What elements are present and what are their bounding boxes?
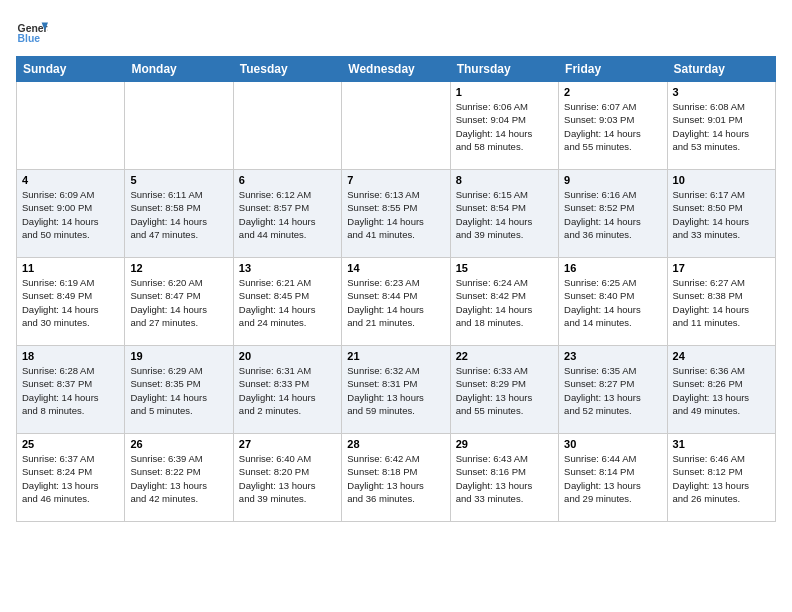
day-cell: 30Sunrise: 6:44 AM Sunset: 8:14 PM Dayli… — [559, 434, 667, 522]
day-number: 9 — [564, 174, 661, 186]
day-info: Sunrise: 6:11 AM Sunset: 8:58 PM Dayligh… — [130, 188, 227, 241]
day-cell: 1Sunrise: 6:06 AM Sunset: 9:04 PM Daylig… — [450, 82, 558, 170]
header-row: SundayMondayTuesdayWednesdayThursdayFrid… — [17, 57, 776, 82]
day-cell: 18Sunrise: 6:28 AM Sunset: 8:37 PM Dayli… — [17, 346, 125, 434]
day-cell: 6Sunrise: 6:12 AM Sunset: 8:57 PM Daylig… — [233, 170, 341, 258]
day-number: 27 — [239, 438, 336, 450]
day-info: Sunrise: 6:33 AM Sunset: 8:29 PM Dayligh… — [456, 364, 553, 417]
day-cell — [17, 82, 125, 170]
day-info: Sunrise: 6:37 AM Sunset: 8:24 PM Dayligh… — [22, 452, 119, 505]
day-info: Sunrise: 6:44 AM Sunset: 8:14 PM Dayligh… — [564, 452, 661, 505]
day-info: Sunrise: 6:43 AM Sunset: 8:16 PM Dayligh… — [456, 452, 553, 505]
day-number: 3 — [673, 86, 770, 98]
day-number: 4 — [22, 174, 119, 186]
day-number: 25 — [22, 438, 119, 450]
day-cell: 2Sunrise: 6:07 AM Sunset: 9:03 PM Daylig… — [559, 82, 667, 170]
day-number: 24 — [673, 350, 770, 362]
day-cell: 22Sunrise: 6:33 AM Sunset: 8:29 PM Dayli… — [450, 346, 558, 434]
day-info: Sunrise: 6:08 AM Sunset: 9:01 PM Dayligh… — [673, 100, 770, 153]
day-info: Sunrise: 6:46 AM Sunset: 8:12 PM Dayligh… — [673, 452, 770, 505]
day-cell: 17Sunrise: 6:27 AM Sunset: 8:38 PM Dayli… — [667, 258, 775, 346]
week-row-3: 11Sunrise: 6:19 AM Sunset: 8:49 PM Dayli… — [17, 258, 776, 346]
day-cell: 12Sunrise: 6:20 AM Sunset: 8:47 PM Dayli… — [125, 258, 233, 346]
day-header-sunday: Sunday — [17, 57, 125, 82]
day-info: Sunrise: 6:27 AM Sunset: 8:38 PM Dayligh… — [673, 276, 770, 329]
day-info: Sunrise: 6:23 AM Sunset: 8:44 PM Dayligh… — [347, 276, 444, 329]
day-cell: 20Sunrise: 6:31 AM Sunset: 8:33 PM Dayli… — [233, 346, 341, 434]
day-cell: 23Sunrise: 6:35 AM Sunset: 8:27 PM Dayli… — [559, 346, 667, 434]
day-cell: 4Sunrise: 6:09 AM Sunset: 9:00 PM Daylig… — [17, 170, 125, 258]
day-cell: 7Sunrise: 6:13 AM Sunset: 8:55 PM Daylig… — [342, 170, 450, 258]
day-number: 6 — [239, 174, 336, 186]
week-row-2: 4Sunrise: 6:09 AM Sunset: 9:00 PM Daylig… — [17, 170, 776, 258]
day-header-saturday: Saturday — [667, 57, 775, 82]
day-info: Sunrise: 6:31 AM Sunset: 8:33 PM Dayligh… — [239, 364, 336, 417]
day-info: Sunrise: 6:29 AM Sunset: 8:35 PM Dayligh… — [130, 364, 227, 417]
day-number: 10 — [673, 174, 770, 186]
day-number: 13 — [239, 262, 336, 274]
day-number: 18 — [22, 350, 119, 362]
day-number: 7 — [347, 174, 444, 186]
day-info: Sunrise: 6:19 AM Sunset: 8:49 PM Dayligh… — [22, 276, 119, 329]
day-header-tuesday: Tuesday — [233, 57, 341, 82]
day-info: Sunrise: 6:32 AM Sunset: 8:31 PM Dayligh… — [347, 364, 444, 417]
day-info: Sunrise: 6:15 AM Sunset: 8:54 PM Dayligh… — [456, 188, 553, 241]
day-cell: 11Sunrise: 6:19 AM Sunset: 8:49 PM Dayli… — [17, 258, 125, 346]
day-number: 11 — [22, 262, 119, 274]
day-header-monday: Monday — [125, 57, 233, 82]
day-number: 26 — [130, 438, 227, 450]
day-number: 20 — [239, 350, 336, 362]
day-number: 1 — [456, 86, 553, 98]
day-number: 23 — [564, 350, 661, 362]
day-number: 15 — [456, 262, 553, 274]
day-info: Sunrise: 6:09 AM Sunset: 9:00 PM Dayligh… — [22, 188, 119, 241]
day-number: 31 — [673, 438, 770, 450]
day-info: Sunrise: 6:24 AM Sunset: 8:42 PM Dayligh… — [456, 276, 553, 329]
week-row-1: 1Sunrise: 6:06 AM Sunset: 9:04 PM Daylig… — [17, 82, 776, 170]
day-info: Sunrise: 6:13 AM Sunset: 8:55 PM Dayligh… — [347, 188, 444, 241]
header: General Blue — [16, 16, 776, 48]
day-cell: 26Sunrise: 6:39 AM Sunset: 8:22 PM Dayli… — [125, 434, 233, 522]
day-cell: 3Sunrise: 6:08 AM Sunset: 9:01 PM Daylig… — [667, 82, 775, 170]
day-cell: 14Sunrise: 6:23 AM Sunset: 8:44 PM Dayli… — [342, 258, 450, 346]
day-info: Sunrise: 6:20 AM Sunset: 8:47 PM Dayligh… — [130, 276, 227, 329]
day-cell: 8Sunrise: 6:15 AM Sunset: 8:54 PM Daylig… — [450, 170, 558, 258]
day-number: 22 — [456, 350, 553, 362]
day-cell: 29Sunrise: 6:43 AM Sunset: 8:16 PM Dayli… — [450, 434, 558, 522]
day-info: Sunrise: 6:39 AM Sunset: 8:22 PM Dayligh… — [130, 452, 227, 505]
day-cell: 15Sunrise: 6:24 AM Sunset: 8:42 PM Dayli… — [450, 258, 558, 346]
day-info: Sunrise: 6:07 AM Sunset: 9:03 PM Dayligh… — [564, 100, 661, 153]
logo: General Blue — [16, 16, 48, 48]
day-cell: 19Sunrise: 6:29 AM Sunset: 8:35 PM Dayli… — [125, 346, 233, 434]
day-header-wednesday: Wednesday — [342, 57, 450, 82]
day-cell — [342, 82, 450, 170]
logo-icon: General Blue — [16, 16, 48, 48]
day-cell: 25Sunrise: 6:37 AM Sunset: 8:24 PM Dayli… — [17, 434, 125, 522]
day-info: Sunrise: 6:36 AM Sunset: 8:26 PM Dayligh… — [673, 364, 770, 417]
day-number: 14 — [347, 262, 444, 274]
day-info: Sunrise: 6:12 AM Sunset: 8:57 PM Dayligh… — [239, 188, 336, 241]
day-cell: 16Sunrise: 6:25 AM Sunset: 8:40 PM Dayli… — [559, 258, 667, 346]
day-info: Sunrise: 6:42 AM Sunset: 8:18 PM Dayligh… — [347, 452, 444, 505]
week-row-5: 25Sunrise: 6:37 AM Sunset: 8:24 PM Dayli… — [17, 434, 776, 522]
day-cell: 13Sunrise: 6:21 AM Sunset: 8:45 PM Dayli… — [233, 258, 341, 346]
day-number: 30 — [564, 438, 661, 450]
day-header-thursday: Thursday — [450, 57, 558, 82]
day-number: 19 — [130, 350, 227, 362]
day-number: 12 — [130, 262, 227, 274]
day-cell: 21Sunrise: 6:32 AM Sunset: 8:31 PM Dayli… — [342, 346, 450, 434]
day-info: Sunrise: 6:17 AM Sunset: 8:50 PM Dayligh… — [673, 188, 770, 241]
day-info: Sunrise: 6:28 AM Sunset: 8:37 PM Dayligh… — [22, 364, 119, 417]
day-number: 29 — [456, 438, 553, 450]
day-cell — [125, 82, 233, 170]
day-cell: 27Sunrise: 6:40 AM Sunset: 8:20 PM Dayli… — [233, 434, 341, 522]
day-cell: 31Sunrise: 6:46 AM Sunset: 8:12 PM Dayli… — [667, 434, 775, 522]
day-cell: 28Sunrise: 6:42 AM Sunset: 8:18 PM Dayli… — [342, 434, 450, 522]
day-number: 2 — [564, 86, 661, 98]
day-number: 17 — [673, 262, 770, 274]
day-info: Sunrise: 6:06 AM Sunset: 9:04 PM Dayligh… — [456, 100, 553, 153]
day-cell — [233, 82, 341, 170]
day-cell: 24Sunrise: 6:36 AM Sunset: 8:26 PM Dayli… — [667, 346, 775, 434]
day-number: 5 — [130, 174, 227, 186]
week-row-4: 18Sunrise: 6:28 AM Sunset: 8:37 PM Dayli… — [17, 346, 776, 434]
